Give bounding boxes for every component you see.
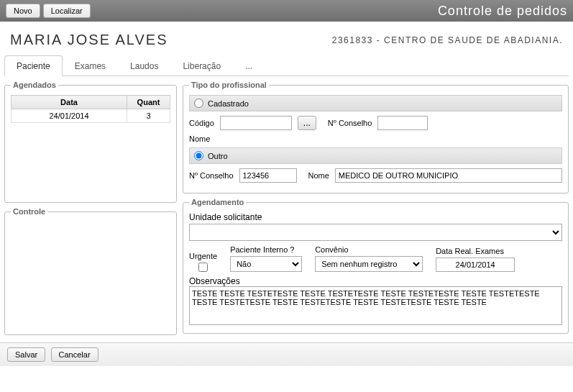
radio-cadastrado-label: Cadastrado	[208, 99, 249, 108]
data-real-input[interactable]	[436, 257, 515, 272]
patient-name: MARIA JOSE ALVES	[10, 32, 168, 48]
urgente-label: Urgente	[189, 252, 217, 260]
controle-legend: Controle	[11, 207, 47, 216]
tab-laudos[interactable]: Laudos	[118, 55, 170, 76]
paciente-interno-label: Paciente Interno ?	[230, 245, 302, 254]
col-quant: Quant	[127, 96, 170, 109]
radio-outro-label: Outro	[208, 152, 228, 160]
tab-bar: Paciente Exames Laudos Liberação ...	[4, 55, 569, 76]
nconselho-outro-input[interactable]	[239, 168, 297, 183]
urgente-checkbox[interactable]	[198, 263, 208, 272]
unidade-label: Unidade solicitante	[189, 212, 262, 222]
top-toolbar: Novo Localizar Controle de pedidos	[0, 0, 573, 22]
radio-cadastrado[interactable]	[194, 99, 203, 108]
controle-fieldset: Controle	[4, 207, 177, 335]
bottom-bar: Salvar Cancelar	[0, 342, 573, 366]
radio-outro-row[interactable]: Outro	[189, 147, 562, 164]
nome-outro-label: Nome	[308, 171, 329, 180]
nconselho-outro-label: Nº Conselho	[189, 171, 234, 180]
tab-liberacao[interactable]: Liberação	[170, 55, 233, 76]
data-real-label: Data Real. Exames	[436, 247, 515, 255]
nconselho-cad-input[interactable]	[377, 116, 428, 130]
window-title: Controle de pedidos	[438, 4, 567, 19]
convenio-label: Convênio	[315, 245, 423, 254]
novo-button[interactable]: Novo	[6, 4, 40, 18]
radio-cadastrado-row[interactable]: Cadastrado	[189, 95, 562, 111]
col-data: Data	[12, 96, 127, 109]
location-text: 2361833 - CENTRO DE SAUDE DE ABADIANIA.	[332, 35, 563, 45]
tipo-legend: Tipo do profissional	[189, 81, 269, 89]
observacoes-label: Observações	[189, 276, 240, 286]
unidade-select[interactable]	[189, 224, 562, 241]
tab-more[interactable]: ...	[233, 55, 265, 76]
salvar-button[interactable]: Salvar	[7, 347, 45, 362]
codigo-input[interactable]	[220, 116, 292, 130]
nconselho-cad-label: Nº Conselho	[328, 119, 372, 127]
nome-cad-label: Nome	[189, 135, 210, 143]
agendamento-legend: Agendamento	[189, 198, 246, 206]
tab-exames[interactable]: Exames	[63, 55, 118, 76]
cancelar-button[interactable]: Cancelar	[51, 347, 98, 362]
observacoes-textarea[interactable]	[189, 286, 562, 325]
tipo-profissional-fieldset: Tipo do profissional Cadastrado Código .…	[183, 81, 569, 193]
agendados-table: Data Quant 24/01/2014 3	[11, 95, 170, 123]
paciente-interno-select[interactable]: Não	[230, 256, 302, 272]
localizar-button[interactable]: Localizar	[43, 4, 91, 18]
cell-data: 24/01/2014	[12, 109, 127, 123]
convenio-select[interactable]: Sem nenhum registro	[315, 256, 423, 272]
table-row[interactable]: 24/01/2014 3	[12, 109, 170, 123]
codigo-lookup-button[interactable]: ...	[298, 116, 316, 130]
agendados-fieldset: Agendados Data Quant 24/01/2014 3	[4, 81, 177, 203]
nome-outro-input[interactable]	[335, 168, 562, 183]
tab-paciente[interactable]: Paciente	[4, 55, 63, 76]
agendamento-fieldset: Agendamento Unidade solicitante Urgente …	[183, 198, 569, 334]
radio-outro[interactable]	[194, 151, 203, 160]
cell-quant: 3	[127, 109, 170, 123]
header-row: MARIA JOSE ALVES 2361833 - CENTRO DE SAU…	[0, 22, 573, 55]
codigo-label: Código	[189, 119, 214, 127]
agendados-legend: Agendados	[11, 81, 58, 89]
